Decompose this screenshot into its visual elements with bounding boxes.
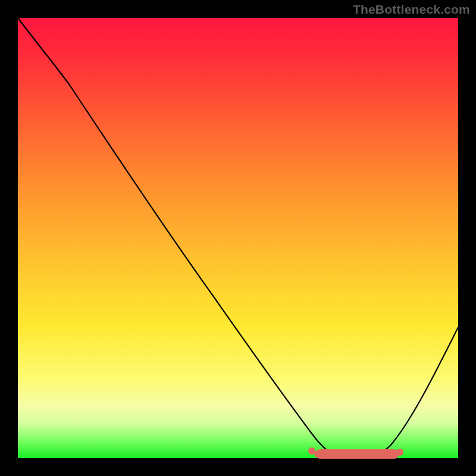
chart-frame: TheBottleneck.com <box>0 0 476 476</box>
curve-svg <box>18 18 458 458</box>
plot-area <box>18 18 458 458</box>
optimal-range-marker <box>315 449 399 459</box>
bottleneck-curve-path <box>18 18 458 458</box>
optimal-range-dot-left-2 <box>314 450 321 458</box>
watermark-text: TheBottleneck.com <box>353 2 470 17</box>
optimal-range-dot-right-2 <box>390 452 397 459</box>
